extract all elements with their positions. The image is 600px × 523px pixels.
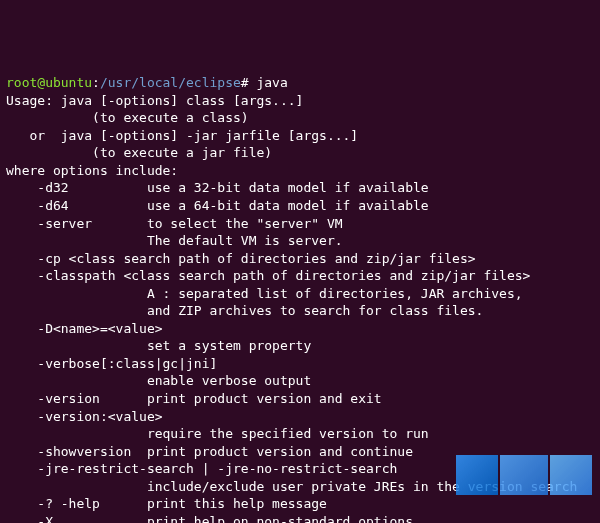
prompt-line: root@ubuntu:/usr/local/eclipse# java: [6, 74, 594, 92]
watermark-block: [550, 455, 592, 495]
watermark-block: [500, 455, 548, 495]
output-line: enable verbose output: [6, 372, 594, 390]
output-line: -D<name>=<value>: [6, 320, 594, 338]
output-line: -d32 use a 32-bit data model if availabl…: [6, 179, 594, 197]
output-line: -version print product version and exit: [6, 390, 594, 408]
prompt-separator: :: [92, 75, 100, 90]
output-line: -? -help print this help message: [6, 495, 594, 513]
output-line: (to execute a jar file): [6, 144, 594, 162]
output-line: and ZIP archives to search for class fil…: [6, 302, 594, 320]
output-line: -cp <class search path of directories an…: [6, 250, 594, 268]
watermark-block: [456, 455, 498, 495]
output-line: A : separated list of directories, JAR a…: [6, 285, 594, 303]
output-line: -version:<value>: [6, 408, 594, 426]
watermark-overlay: [456, 455, 592, 495]
output-line: -classpath <class search path of directo…: [6, 267, 594, 285]
output-line: Usage: java [-options] class [args...]: [6, 92, 594, 110]
output-line: set a system property: [6, 337, 594, 355]
output-line: -verbose[:class|gc|jni]: [6, 355, 594, 373]
command-text: java: [256, 75, 287, 90]
prompt-path: /usr/local/eclipse: [100, 75, 241, 90]
output-line: -X print help on non-standard options: [6, 513, 594, 523]
output-line: -d64 use a 64-bit data model if availabl…: [6, 197, 594, 215]
prompt-symbol: #: [241, 75, 249, 90]
output-line: (to execute a class): [6, 109, 594, 127]
output-line: where options include:: [6, 162, 594, 180]
prompt-user-host: root@ubuntu: [6, 75, 92, 90]
output-line: or java [-options] -jar jarfile [args...…: [6, 127, 594, 145]
output-line: The default VM is server.: [6, 232, 594, 250]
output-line: -server to select the "server" VM: [6, 215, 594, 233]
output-line: require the specified version to run: [6, 425, 594, 443]
